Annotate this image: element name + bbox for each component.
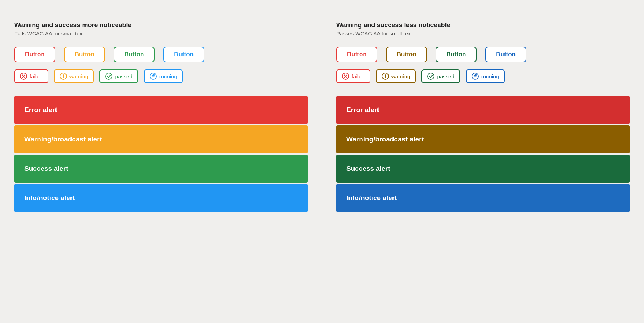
left-btn-error[interactable]: Button bbox=[14, 47, 55, 62]
right-badge-running-label: running bbox=[481, 73, 499, 79]
x-circle-icon-right bbox=[342, 73, 349, 80]
left-btn-success[interactable]: Button bbox=[114, 47, 155, 62]
svg-point-5 bbox=[63, 77, 64, 78]
right-alert-error: Error alert bbox=[336, 96, 630, 124]
left-badge-running-label: running bbox=[159, 73, 177, 79]
left-badge-warning-label: warning bbox=[69, 73, 88, 79]
svg-point-17 bbox=[474, 76, 476, 77]
left-alerts-stack: Error alert Warning/broadcast alert Succ… bbox=[14, 96, 308, 213]
left-panel: Warning and success more noticeable Fail… bbox=[14, 21, 308, 213]
right-btn-info[interactable]: Button bbox=[485, 47, 526, 62]
svg-point-16 bbox=[472, 73, 478, 79]
right-badge-passed: passed bbox=[421, 69, 460, 83]
spinner-circle-icon bbox=[150, 73, 157, 80]
left-badge-passed-label: passed bbox=[115, 73, 132, 79]
right-badges-row: failed warning bbox=[336, 69, 630, 83]
svg-point-7 bbox=[150, 73, 156, 79]
main-container: Warning and success more noticeable Fail… bbox=[14, 21, 630, 213]
spinner-circle-icon-right bbox=[472, 73, 479, 80]
left-panel-title: Warning and success more noticeable bbox=[14, 21, 308, 29]
right-badge-warning: warning bbox=[376, 69, 416, 83]
right-alert-info: Info/notice alert bbox=[336, 184, 630, 212]
right-badge-passed-label: passed bbox=[437, 73, 454, 79]
right-btn-success[interactable]: Button bbox=[436, 47, 477, 62]
right-alert-warning: Warning/broadcast alert bbox=[336, 125, 630, 153]
svg-point-8 bbox=[152, 76, 154, 77]
right-panel: Warning and success less noticeable Pass… bbox=[336, 21, 630, 213]
left-alert-info: Info/notice alert bbox=[14, 184, 308, 212]
left-btn-warning[interactable]: Button bbox=[64, 47, 105, 62]
svg-point-6 bbox=[106, 73, 112, 79]
left-alert-warning: Warning/broadcast alert bbox=[14, 125, 308, 153]
right-badge-failed: failed bbox=[336, 69, 370, 83]
check-circle-icon-right bbox=[427, 73, 434, 80]
right-panel-title: Warning and success less noticeable bbox=[336, 21, 630, 29]
left-badge-passed: passed bbox=[99, 69, 138, 83]
left-badge-running: running bbox=[144, 69, 183, 83]
right-badge-failed-label: failed bbox=[352, 73, 365, 79]
x-circle-icon bbox=[20, 73, 27, 80]
right-buttons-row: Button Button Button Button bbox=[336, 47, 630, 62]
right-btn-warning[interactable]: Button bbox=[386, 47, 427, 62]
left-badge-failed: failed bbox=[14, 69, 48, 83]
left-panel-subtitle: Fails WCAG AA for small text bbox=[14, 30, 308, 37]
left-badges-row: failed warning bbox=[14, 69, 308, 83]
svg-point-15 bbox=[428, 73, 434, 79]
right-alert-success: Success alert bbox=[336, 155, 630, 183]
right-badge-running: running bbox=[466, 69, 505, 83]
left-buttons-row: Button Button Button Button bbox=[14, 47, 308, 62]
left-alert-error: Error alert bbox=[14, 96, 308, 124]
right-alerts-stack: Error alert Warning/broadcast alert Succ… bbox=[336, 96, 630, 213]
right-badge-warning-label: warning bbox=[391, 73, 410, 79]
left-btn-info[interactable]: Button bbox=[163, 47, 204, 62]
right-panel-subtitle: Passes WCAG AA for small text bbox=[336, 30, 630, 37]
left-badge-warning: warning bbox=[54, 69, 94, 83]
svg-point-14 bbox=[385, 77, 386, 78]
exclamation-circle-icon-right bbox=[382, 73, 389, 80]
right-btn-error[interactable]: Button bbox=[336, 47, 377, 62]
exclamation-circle-icon bbox=[60, 73, 67, 80]
check-circle-icon bbox=[105, 73, 112, 80]
left-badge-failed-label: failed bbox=[30, 73, 43, 79]
left-alert-success: Success alert bbox=[14, 155, 308, 183]
